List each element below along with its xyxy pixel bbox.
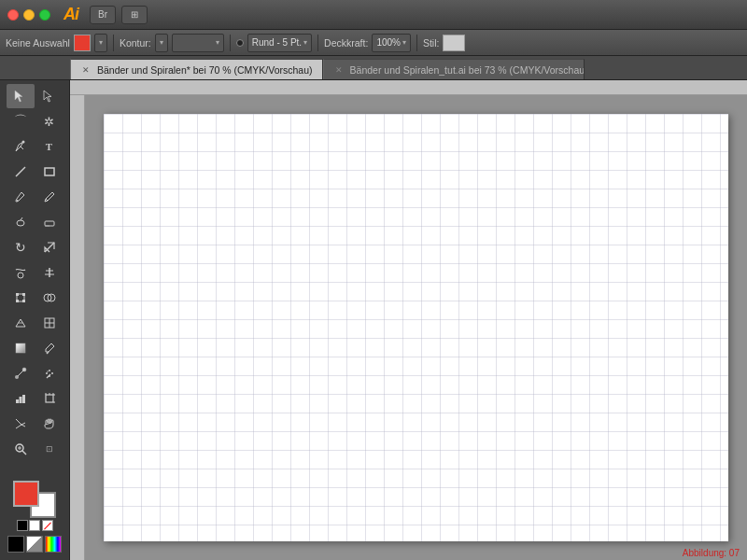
eraser-tool[interactable] [35,210,63,234]
gradient-tool[interactable] [7,336,35,360]
pencil-tool[interactable] [35,185,63,209]
warp-tool[interactable] [7,260,35,285]
blob-brush-tool[interactable] [7,210,35,234]
close-button[interactable] [7,9,19,21]
lasso-tool[interactable]: ⌒ [7,109,35,133]
svg-rect-23 [16,343,25,353]
window-controls[interactable] [7,9,50,21]
tab-1-close[interactable]: ✕ [80,64,92,76]
small-swatches [17,520,53,531]
kontur-label: Kontur: [120,37,151,49]
status-bar: Abbildung: 07 [675,546,747,560]
extra-tool[interactable]: ⊡ [35,437,63,461]
svg-rect-32 [16,399,19,403]
figure-label: Abbildung: 07 [683,548,740,558]
slice-tool[interactable] [7,412,35,436]
svg-line-42 [21,425,25,427]
svg-point-31 [47,371,49,372]
paintbrush-tool[interactable] [7,185,35,209]
stroke-weight-dropdown[interactable]: ▾ [172,34,224,52]
type-tool[interactable]: T [35,134,63,159]
minimize-button[interactable] [23,9,35,21]
tab-1[interactable]: ✕ Bänder und Spiralen* bei 70 % (CMYK/Vo… [70,59,323,79]
shape-builder-tool[interactable] [35,286,63,310]
color-mode-gradient[interactable] [45,536,62,553]
svg-rect-2 [45,168,54,175]
symbol-sprayer-tool[interactable] [35,361,63,385]
canvas-area: Abbildung: 07 [70,80,747,560]
tool-row-2: ⌒ ✲ [0,109,69,133]
brush-label: Rund - 5 Pt. [252,37,302,48]
no-selection-label: Keine Auswahl [6,37,70,49]
none-swatch[interactable] [42,520,53,531]
scale-tool[interactable] [35,235,63,259]
fill-dropdown[interactable]: ▾ [94,34,107,52]
blend-tool[interactable] [7,361,35,385]
black-swatch[interactable] [17,520,28,531]
bridge-button[interactable]: Br [90,6,116,24]
svg-line-7 [45,243,54,252]
white-swatch[interactable] [29,520,40,531]
tool-row-15: ⊡ [0,437,69,461]
direct-selection-tool[interactable] [35,84,63,108]
arrange-button[interactable]: ⊞ [121,6,148,24]
color-mode-stroke[interactable] [26,536,43,553]
opacity-dropdown[interactable]: 100% ▾ [372,34,411,52]
artboard-tool[interactable] [35,386,63,411]
selection-tool[interactable] [7,84,35,108]
tab-2[interactable]: ✕ Bänder und Spiralen_tut.ai bei 73 % (C… [323,59,585,79]
svg-point-3 [16,200,18,202]
tool-row-3: T [0,134,69,159]
pen-tool[interactable] [7,134,35,159]
separator-3 [317,35,318,51]
brush-circle-icon [236,39,244,47]
stil-label: Stil: [423,37,440,49]
color-mode-fill[interactable] [7,536,24,553]
perspective-tool[interactable] [7,311,35,335]
maximize-button[interactable] [39,9,50,21]
default-colors[interactable] [17,520,40,531]
line-tool[interactable] [7,160,35,184]
color-pair [13,481,56,518]
mesh-tool[interactable] [35,311,63,335]
foreground-color-swatch[interactable] [13,481,39,507]
svg-point-8 [18,273,23,278]
magic-wand-tool[interactable]: ✲ [35,109,63,133]
tool-row-10 [0,311,69,335]
svg-rect-34 [22,395,25,403]
svg-rect-14 [22,293,25,296]
svg-line-1 [16,167,25,176]
ruler-left [70,95,85,560]
ruler-top [70,80,747,95]
stroke-color-dropdown[interactable]: ▾ [155,34,168,52]
artboard-canvas [104,114,728,541]
canvas-wrapper: Abbildung: 07 [70,95,747,560]
tab-2-close[interactable]: ✕ [333,64,345,76]
brush-dropdown[interactable]: Rund - 5 Pt. ▾ [247,34,312,52]
rotate-tool[interactable]: ↻ [7,235,35,259]
free-transform-tool[interactable] [7,286,35,310]
tool-row-11 [0,336,69,360]
canvas-scroll[interactable]: Abbildung: 07 [85,95,747,560]
svg-point-28 [46,372,48,374]
bar-graph-tool[interactable] [7,386,35,411]
opacity-value: 100% [376,37,401,48]
eyedropper-tool[interactable] [35,336,63,360]
hand-tool[interactable] [35,412,63,436]
title-bar: Ai Br ⊞ [0,0,747,30]
rectangle-tool[interactable] [35,160,63,184]
svg-point-4 [17,220,24,226]
fill-color-swatch[interactable] [74,35,91,51]
width-tool[interactable] [35,260,63,285]
tool-row-9 [0,286,69,310]
tool-row-12 [0,361,69,385]
zoom-tool[interactable] [7,437,35,461]
stroke-dropdown-arrow: ▾ [160,38,163,47]
tab-1-label: Bänder und Spiralen* bei 70 % (CMYK/Vors… [97,64,313,76]
options-toolbar: Keine Auswahl ▾ Kontur: ▾ ▾ Rund - 5 Pt.… [0,30,747,56]
svg-rect-33 [19,397,21,403]
svg-line-41 [21,423,25,425]
main-area: ⌒ ✲ T [0,80,747,560]
style-swatch[interactable] [443,35,465,51]
svg-rect-15 [16,300,19,302]
